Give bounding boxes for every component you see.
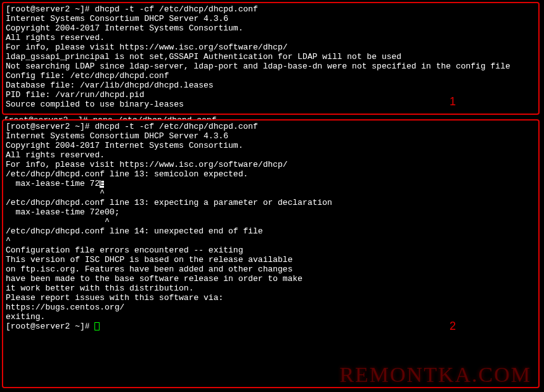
terminal-line: max-lease-time 72e00; [6, 207, 536, 217]
terminal-line: max-lease-time 72E [6, 179, 536, 188]
terminal-line: /etc/dhcp/dhcpd.conf line 13: expecting … [6, 198, 536, 207]
terminal-output-2: [root@server2 ~]# dhcpd -t -cf /etc/dhcp… [6, 122, 536, 331]
terminal-line: on ftp.isc.org. Features have been added… [6, 265, 536, 274]
terminal-line: All rights reserved. [6, 33, 536, 42]
terminal-line: https://bugs.centos.org/ [6, 303, 536, 312]
terminal-line: /etc/dhcp/dhcpd.conf line 14: unexpected… [6, 226, 536, 236]
terminal-line: ldap_gssapi_principal is not set,GSSAPI … [6, 52, 536, 62]
terminal-line: Copyright 2004-2017 Internet Systems Con… [6, 23, 536, 33]
terminal-line: ^ [6, 188, 536, 198]
terminal-cursor[interactable] [94, 322, 100, 330]
terminal-line: Source compiled to use binary-leases [6, 100, 536, 109]
terminal-line: [root@server2 ~]# dhcpd -t -cf /etc/dhcp… [6, 122, 536, 131]
terminal-panel-1: [root@server2 ~]# dhcpd -t -cf /etc/dhcp… [2, 2, 540, 115]
terminal-line: it work better with this distribution. [6, 284, 536, 293]
terminal-line: Internet Systems Consortium DHCP Server … [6, 131, 536, 141]
terminal-line: This version of ISC DHCP is based on the… [6, 255, 536, 265]
terminal-line: exiting. [6, 312, 536, 322]
terminal-line: PID file: /var/run/dhcpd.pid [6, 90, 536, 100]
terminal-line: All rights reserved. [6, 150, 536, 160]
terminal-line: Copyright 2004-2017 Internet Systems Con… [6, 141, 536, 150]
terminal-line: [root@server2 ~]# [6, 322, 536, 331]
terminal-output-1: [root@server2 ~]# dhcpd -t -cf /etc/dhcp… [6, 4, 536, 109]
terminal-line: Please report issues with this software … [6, 293, 536, 303]
highlight-char: E [100, 180, 104, 188]
terminal-line: Config file: /etc/dhcp/dhcpd.conf [6, 71, 536, 81]
terminal-line: ^ [6, 217, 536, 226]
terminal-line: Internet Systems Consortium DHCP Server … [6, 14, 536, 23]
terminal-line: Database file: /var/lib/dhcpd/dhcpd.leas… [6, 81, 536, 90]
terminal-line: Configuration file errors encountered --… [6, 245, 536, 255]
terminal-panel-2: [root@server2 ~]# dhcpd -t -cf /etc/dhcp… [2, 119, 540, 388]
terminal-line: For info, please visit https://www.isc.o… [6, 42, 536, 52]
panel-label-1: 1 [450, 95, 456, 108]
terminal-line: For info, please visit https://www.isc.o… [6, 160, 536, 169]
panel-label-2: 2 [450, 320, 456, 333]
terminal-line: Not searching LDAP since ldap-server, ld… [6, 62, 536, 71]
terminal-line: /etc/dhcp/dhcpd.conf line 13: semicolon … [6, 169, 536, 179]
terminal-line: ^ [6, 236, 536, 245]
terminal-line: have been made to the base software rele… [6, 274, 536, 284]
terminal-line: [root@server2 ~]# dhcpd -t -cf /etc/dhcp… [6, 4, 536, 14]
